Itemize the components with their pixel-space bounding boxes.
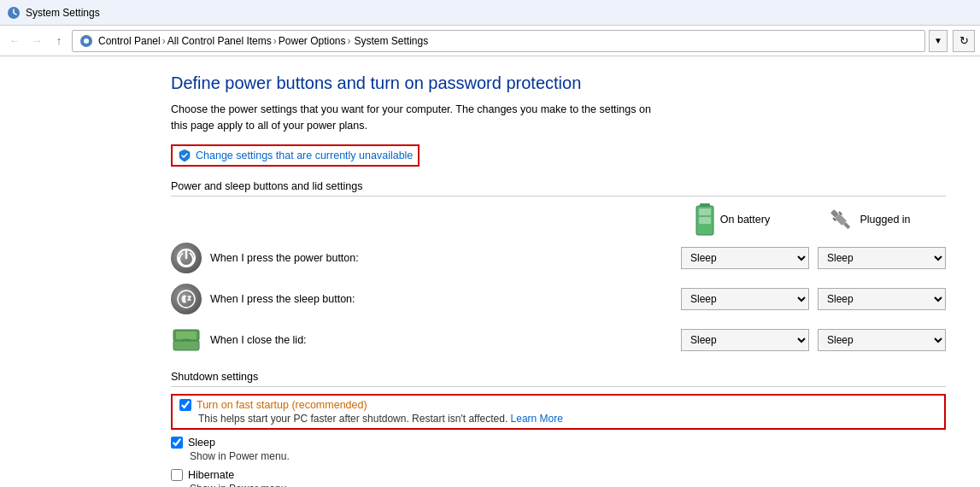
back-button[interactable]: ← bbox=[5, 32, 24, 50]
refresh-button[interactable]: ↻ bbox=[953, 30, 975, 52]
breadcrumb-current: System Settings bbox=[354, 35, 428, 47]
forward-button[interactable]: → bbox=[27, 32, 46, 50]
power-table: On battery Plugged in bbox=[171, 203, 946, 355]
lid-dropdowns: Sleep Do nothing Hibernate Shut down Sle… bbox=[681, 329, 946, 351]
fast-startup-item: Turn on fast startup (recommended) This … bbox=[171, 394, 946, 430]
sleep-sublabel: Show in Power menu. bbox=[190, 450, 946, 462]
sleep-item: Sleep Show in Power menu. bbox=[171, 437, 946, 462]
lid-svg-icon bbox=[172, 328, 201, 352]
power-table-header: On battery Plugged in bbox=[171, 203, 946, 236]
lid-plugged-in-select[interactable]: Sleep Do nothing Hibernate Shut down bbox=[818, 329, 946, 351]
shutdown-section: Shutdown settings Turn on fast startup (… bbox=[171, 371, 946, 488]
sleep-button-row: When I press the sleep button: Sleep Do … bbox=[171, 284, 946, 314]
page-description: Choose the power settings that you want … bbox=[171, 102, 666, 134]
breadcrumb-power-options[interactable]: Power Options bbox=[279, 35, 346, 47]
svg-point-2 bbox=[84, 38, 89, 44]
control-panel-icon bbox=[79, 34, 93, 48]
sleep-button-dropdowns: Sleep Do nothing Hibernate Shut down Sle… bbox=[681, 288, 946, 310]
sleep-checkbox-label[interactable]: Sleep bbox=[188, 437, 215, 449]
sleep-checkbox-row: Sleep bbox=[171, 437, 946, 449]
change-settings-text: Change settings that are currently unava… bbox=[196, 150, 413, 161]
fast-startup-checkbox[interactable] bbox=[179, 399, 191, 411]
address-path: Control Panel › All Control Panel Items … bbox=[72, 30, 925, 52]
up-button[interactable]: ↑ bbox=[50, 32, 68, 50]
lid-label: When I close the lid: bbox=[210, 334, 672, 346]
sleep-checkbox[interactable] bbox=[171, 437, 183, 449]
svg-rect-15 bbox=[173, 340, 199, 350]
power-button-dropdowns: Sleep Do nothing Hibernate Shut down Tur… bbox=[681, 247, 946, 269]
sleep-button-plugged-in-select[interactable]: Sleep Do nothing Hibernate Shut down bbox=[818, 288, 946, 310]
fast-startup-checkbox-row: Turn on fast startup (recommended) bbox=[179, 399, 937, 411]
shutdown-section-title: Shutdown settings bbox=[171, 371, 946, 387]
svg-rect-6 bbox=[699, 217, 711, 224]
hibernate-checkbox-row: Hibernate bbox=[171, 469, 946, 481]
title-bar-text: System Settings bbox=[26, 7, 100, 19]
sleep-button-on-battery-select[interactable]: Sleep Do nothing Hibernate Shut down bbox=[681, 288, 809, 310]
plugged-in-icon bbox=[827, 206, 854, 233]
sleep-button-icon bbox=[171, 284, 202, 314]
breadcrumb-all-items[interactable]: All Control Panel Items bbox=[167, 35, 272, 47]
battery-icon bbox=[695, 203, 715, 236]
fast-startup-sublabel: This helps start your PC faster after sh… bbox=[198, 413, 937, 425]
hibernate-checkbox-label[interactable]: Hibernate bbox=[188, 469, 234, 481]
power-icon bbox=[177, 249, 196, 267]
title-bar: System Settings bbox=[0, 0, 980, 26]
fast-startup-learn-more[interactable]: Learn More bbox=[511, 413, 563, 425]
on-battery-label: On battery bbox=[720, 214, 770, 226]
sleep-button-label: When I press the sleep button: bbox=[210, 293, 672, 305]
lid-on-battery-select[interactable]: Sleep Do nothing Hibernate Shut down bbox=[681, 329, 809, 351]
power-button-icon bbox=[171, 243, 202, 273]
svg-rect-5 bbox=[699, 208, 711, 215]
svg-point-14 bbox=[178, 290, 195, 308]
app-icon bbox=[7, 6, 21, 20]
hibernate-checkbox[interactable] bbox=[171, 469, 183, 481]
hibernate-sublabel: Show in Power menu. bbox=[190, 483, 946, 488]
page-title: Define power buttons and turn on passwor… bbox=[171, 73, 946, 93]
lid-icon bbox=[171, 325, 202, 355]
power-button-row: When I press the power button: Sleep Do … bbox=[171, 243, 946, 273]
on-battery-header: On battery bbox=[664, 203, 801, 236]
shield-icon bbox=[178, 149, 191, 162]
power-sleep-section-title: Power and sleep buttons and lid settings bbox=[171, 180, 946, 197]
hibernate-item: Hibernate Show in Power menu. bbox=[171, 469, 946, 488]
fast-startup-label[interactable]: Turn on fast startup (recommended) bbox=[197, 399, 367, 411]
change-settings-link[interactable]: Change settings that are currently unava… bbox=[171, 144, 420, 167]
svg-rect-17 bbox=[176, 332, 197, 339]
main-content: Define power buttons and turn on passwor… bbox=[0, 56, 980, 487]
lid-row: When I close the lid: Sleep Do nothing H… bbox=[171, 325, 946, 355]
breadcrumb-control-panel[interactable]: Control Panel bbox=[98, 35, 161, 47]
power-button-label: When I press the power button: bbox=[210, 252, 672, 264]
sleep-icon bbox=[177, 290, 196, 308]
address-bar: ← → ↑ Control Panel › All Control Panel … bbox=[0, 26, 980, 56]
power-button-on-battery-select[interactable]: Sleep Do nothing Hibernate Shut down Tur… bbox=[681, 247, 809, 269]
power-button-plugged-in-select[interactable]: Sleep Do nothing Hibernate Shut down Tur… bbox=[818, 247, 946, 269]
address-dropdown-button[interactable]: ▼ bbox=[929, 30, 948, 52]
plugged-in-header: Plugged in bbox=[801, 203, 937, 236]
plugged-in-label: Plugged in bbox=[860, 214, 910, 226]
